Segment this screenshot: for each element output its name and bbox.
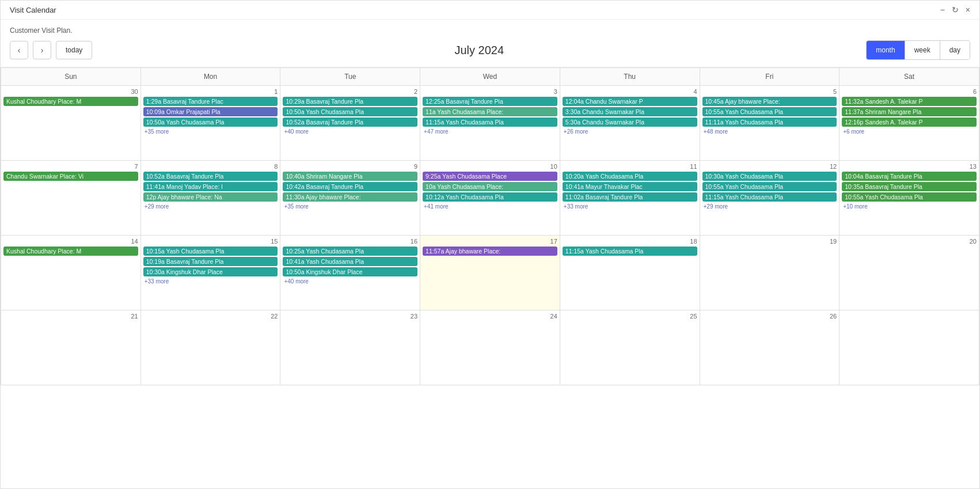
calendar-cell: 23 [280, 310, 420, 385]
calendar-event[interactable]: 1:29a Basavraj Tandure Plac [143, 97, 278, 106]
more-events-link[interactable]: +40 more [283, 278, 417, 285]
week-row-3: 212223242526 [1, 310, 979, 385]
more-events-link[interactable]: +29 more [702, 203, 837, 210]
calendar-cell: 30Kushal Choudhary Place: M [1, 86, 141, 161]
cell-date: 5 [702, 88, 837, 95]
calendar-event[interactable]: 5:30a Chandu Swarnakar Pla [563, 117, 697, 127]
today-button[interactable]: today [56, 41, 92, 59]
cell-date: 16 [283, 238, 417, 245]
calendar-event[interactable]: 12:25a Basavraj Tandure Pla [423, 97, 557, 106]
calendar-cell: 26 [700, 310, 840, 385]
more-events-link[interactable]: +35 more [143, 128, 278, 135]
calendar-event[interactable]: 10:20a Yash Chudasama Pla [563, 172, 697, 181]
cell-date: 3 [423, 88, 557, 95]
calendar-event[interactable]: 10:50a Yash Chudasama Pla [283, 107, 417, 116]
calendar-event[interactable]: 10:30a Kingshuk Dhar Place [143, 267, 278, 276]
calendar-event[interactable]: 10:55a Yash Chudasama Pla [842, 192, 977, 202]
more-events-link[interactable]: +41 more [423, 203, 557, 210]
cell-date: 19 [702, 238, 837, 245]
calendar-event[interactable]: 11:15a Yash Chudasama Pla [702, 192, 837, 202]
calendar-event[interactable]: Chandu Swarnakar Place: Vi [3, 172, 138, 181]
calendar-event[interactable]: 10:04a Basavraj Tandure Pla [842, 172, 977, 181]
calendar-event[interactable]: 10:50a Kingshuk Dhar Place [283, 267, 417, 276]
calendar-event[interactable]: 10:19a Basavraj Tandure Pla [143, 257, 278, 266]
cell-date: 18 [563, 238, 697, 245]
calendar-event[interactable]: 10:29a Basavraj Tandure Pla [283, 97, 417, 106]
cell-date: 1 [143, 88, 278, 95]
month-view-button[interactable]: month [867, 41, 904, 59]
calendar-event[interactable]: 10:45a Ajay bhaware Place: [702, 97, 837, 106]
minimize-button[interactable]: − [940, 5, 945, 14]
calendar-cell: 1610:25a Yash Chudasama Pla10:41a Yash C… [280, 236, 420, 310]
calendar-cell: 910:40a Shriram Nangare Pla10:42a Basavr… [280, 161, 420, 236]
calendar-cell: 412:04a Chandu Swarnakar P3:30a Chandu S… [560, 86, 700, 161]
calendar-event[interactable]: 10:55a Yash Chudasama Pla [702, 182, 837, 191]
weekday-header-row: Sun Mon Tue Wed Thu Fri Sat [1, 68, 979, 86]
calendar-event[interactable]: 10:09a Omkar Prajapati Pla [143, 107, 278, 116]
refresh-button[interactable]: ↻ [952, 5, 959, 14]
calendar-event[interactable]: Kushal Choudhary Place: M [3, 97, 138, 106]
cell-date: 14 [3, 238, 138, 245]
calendar-event[interactable]: 10:25a Yash Chudasama Pla [283, 247, 417, 256]
more-events-link[interactable]: +48 more [702, 128, 837, 135]
more-events-link[interactable]: +26 more [563, 128, 697, 135]
calendar-event[interactable]: 10:52a Basavraj Tandure Pla [283, 117, 417, 127]
more-events-link[interactable]: +40 more [283, 128, 417, 135]
calendar-event[interactable]: 10:15a Yash Chudasama Pla [143, 247, 278, 256]
calendar-event[interactable]: 10:12a Yash Chudasama Pla [423, 192, 557, 202]
calendar-cell: 1811:15a Yash Chudasama Pla [560, 236, 700, 310]
calendar-event[interactable]: 10:55a Yash Chudasama Pla [702, 107, 837, 116]
calendar-event[interactable]: 10:50a Yash Chudasama Pla [143, 117, 278, 127]
header-sat: Sat [840, 68, 979, 86]
week-view-button[interactable]: week [905, 41, 940, 59]
subtitle: Customer Visit Plan. [10, 26, 970, 35]
calendar-event[interactable]: 10:30a Yash Chudasama Pla [702, 172, 837, 181]
calendar-event[interactable]: 10:52a Basavraj Tandure Pla [143, 172, 278, 181]
calendar-event[interactable]: 11:02a Basavraj Tandure Pla [563, 192, 697, 202]
cell-date: 23 [283, 313, 417, 320]
calendar-cell: 1110:20a Yash Chudasama Pla10:41a Mayur … [560, 161, 700, 236]
calendar-event[interactable]: 11:41a Manoj Yadav Place: I [143, 182, 278, 191]
more-events-link[interactable]: +29 more [143, 203, 278, 210]
cell-date: 9 [283, 163, 417, 170]
calendar-table: Sun Mon Tue Wed Thu Fri Sat 30Kushal Cho… [1, 67, 979, 385]
next-button[interactable]: › [33, 41, 51, 59]
calendar-event[interactable]: 11:15a Yash Chudasama Pla [563, 247, 697, 256]
calendar-event[interactable]: 10:40a Shriram Nangare Pla [283, 172, 417, 181]
calendar-event[interactable]: 3:30a Chandu Swarnakar Pla [563, 107, 697, 116]
prev-button[interactable]: ‹ [10, 41, 28, 59]
calendar-event[interactable]: 10a Yash Chudasama Place: [423, 182, 557, 191]
calendar-event[interactable]: 11a Yash Chudasama Place: [423, 107, 557, 116]
calendar-event[interactable]: 10:35a Basavraj Tandure Pla [842, 182, 977, 191]
cell-date: 15 [143, 238, 278, 245]
calendar-cell: 19 [700, 236, 840, 310]
calendar-cell: 109:25a Yash Chudasama Place10a Yash Chu… [420, 161, 560, 236]
calendar-event[interactable]: 10:41a Yash Chudasama Pla [283, 257, 417, 266]
more-events-link[interactable]: +6 more [842, 128, 977, 135]
calendar-cell: 14Kushal Choudhary Place: M [1, 236, 141, 310]
calendar-event[interactable]: 12p Ajay bhaware Place: Na [143, 192, 278, 202]
calendar-event[interactable]: 11:37a Shriram Nangare Pla [842, 107, 977, 116]
calendar-event[interactable]: 10:42a Basavraj Tandure Pla [283, 182, 417, 191]
calendar-event[interactable]: Kushal Choudhary Place: M [3, 247, 138, 256]
calendar-cell: 1510:15a Yash Chudasama Pla10:19a Basavr… [140, 236, 280, 310]
calendar-event[interactable]: 11:32a Sandesh A. Talekar P [842, 97, 977, 106]
more-events-link[interactable]: +35 more [283, 203, 417, 210]
header-fri: Fri [700, 68, 840, 86]
more-events-link[interactable]: +47 more [423, 128, 557, 135]
calendar-event[interactable]: 10:41a Mayur Thavakar Plac [563, 182, 697, 191]
more-events-link[interactable]: +33 more [143, 278, 278, 285]
cell-date: 8 [143, 163, 278, 170]
calendar-event[interactable]: 12:04a Chandu Swarnakar P [563, 97, 697, 106]
calendar-event[interactable]: 11:57a Ajay bhaware Place: [423, 247, 557, 256]
close-button[interactable]: × [966, 5, 970, 14]
calendar-event[interactable]: 11:30a Ajay bhaware Place: [283, 192, 417, 202]
more-events-link[interactable]: +33 more [563, 203, 697, 210]
calendar-event[interactable]: 11:15a Yash Chudasama Pla [423, 117, 557, 127]
cell-date: 6 [842, 88, 977, 95]
day-view-button[interactable]: day [940, 41, 970, 59]
more-events-link[interactable]: +10 more [842, 203, 977, 210]
calendar-event[interactable]: 11:11a Yash Chudasama Pla [702, 117, 837, 127]
calendar-event[interactable]: 9:25a Yash Chudasama Place [423, 172, 557, 181]
calendar-event[interactable]: 12:16p Sandesh A. Talekar P [842, 117, 977, 127]
